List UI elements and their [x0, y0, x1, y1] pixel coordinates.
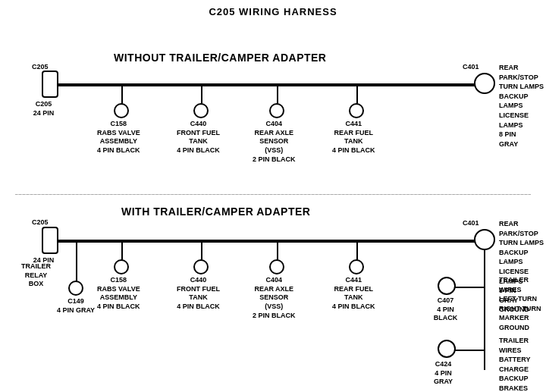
top-main-line [49, 83, 482, 86]
c401-bot-id: C401 [463, 219, 479, 228]
c205-top-connector [42, 71, 58, 98]
c424-hline [455, 350, 485, 351]
c158-bot-vline [121, 240, 123, 261]
c441-top-label: C441REAR FUELTANK4 PIN BLACK [332, 120, 375, 155]
c407-desc: TRAILER WIRESLEFT TURNRIGHT TURNMARKERGR… [499, 275, 546, 333]
c440-top-connector [193, 103, 209, 118]
c407-label: C4074 PINBLACK [425, 296, 466, 323]
c205-bot-connector [42, 227, 58, 254]
trailer-relay-label: TRAILERRELAYBOX [21, 262, 51, 289]
c407-connector [438, 277, 456, 295]
c401-top-id: C401 [463, 63, 479, 72]
c441-top-connector [349, 103, 364, 118]
c404-top-label: C404REAR AXLESENSOR(VSS)2 PIN BLACK [253, 120, 296, 164]
c404-top-connector [269, 103, 284, 118]
section2-title: WITH TRAILER/CAMPER ADAPTER [121, 205, 310, 218]
c440-bot-label: C440FRONT FUELTANK4 PIN BLACK [177, 276, 220, 312]
c205-bot-id: C205 [32, 218, 49, 227]
c158-top-label: C158RABS VALVEASSEMBLY4 PIN BLACK [97, 120, 140, 155]
c404-bot-label: C404REAR AXLESENSOR(VSS)2 PIN BLACK [253, 276, 296, 320]
c404-bot-connector [269, 259, 284, 274]
section-divider [15, 194, 531, 195]
section1-title: WITHOUT TRAILER/CAMPER ADAPTER [114, 52, 326, 64]
page-title: C205 WIRING HARNESS [0, 0, 546, 17]
right-branch-vline [484, 249, 485, 370]
c158-bot-connector [114, 259, 129, 274]
c441-top-vline [356, 83, 358, 105]
c440-bot-vline [201, 240, 202, 261]
trailer-relay-vline [76, 240, 77, 270]
c149-connector [68, 281, 83, 296]
c205-top-id: C205 [32, 63, 49, 72]
c440-top-label: C440FRONT FUELTANK4 PIN BLACK [177, 120, 220, 155]
c441-bot-vline [356, 240, 358, 261]
c404-top-vline [277, 83, 278, 105]
c205-top-label: C20524 PIN [23, 100, 64, 118]
c401-bot-connector [474, 229, 495, 250]
c158-top-connector [114, 103, 129, 118]
c440-top-vline [201, 83, 202, 105]
c441-bot-label: C441REAR FUELTANK4 PIN BLACK [332, 276, 375, 312]
c401-top-label: REAR PARK/STOPTURN LAMPSBACKUP LAMPSLICE… [499, 63, 546, 149]
diagram-area: WITHOUT TRAILER/CAMPER ADAPTER C20524 PI… [0, 21, 546, 378]
c424-label: C4244 PINGRAY [422, 360, 464, 387]
c401-top-connector [474, 73, 495, 94]
c149-label: C1494 PIN GRAY [53, 297, 99, 315]
c424-connector [438, 340, 456, 358]
c441-bot-connector [349, 259, 364, 274]
c158-bot-label: C158RABS VALVEASSEMBLY4 PIN BLACK [97, 276, 140, 312]
bot-main-line [49, 240, 482, 243]
c158-top-vline [121, 83, 123, 105]
c407-hline [455, 287, 485, 288]
c424-desc: TRAILER WIRESBATTERY CHARGEBACKUPBRAKES [499, 336, 546, 392]
c440-bot-connector [193, 259, 209, 274]
c404-bot-vline [277, 240, 278, 261]
